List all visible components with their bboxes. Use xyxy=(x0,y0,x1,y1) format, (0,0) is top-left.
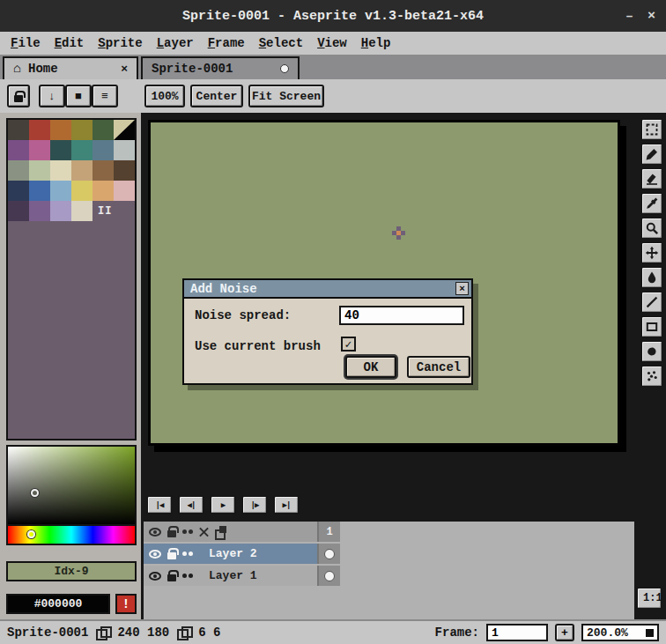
layer-row[interactable]: Layer 1 xyxy=(144,566,340,586)
palette-swatch[interactable] xyxy=(8,120,29,140)
tab-sprite[interactable]: Sprite-0001 xyxy=(141,56,300,79)
line-tool[interactable] xyxy=(640,291,663,314)
visibility-column-icon[interactable] xyxy=(149,528,161,537)
layer-visibility-icon[interactable] xyxy=(149,572,161,581)
layer-lock-icon[interactable] xyxy=(167,552,176,559)
palette-swatch[interactable] xyxy=(92,181,114,201)
play-button[interactable]: ▶ xyxy=(210,495,236,514)
menu-frame[interactable]: Frame xyxy=(201,33,252,53)
pencil-tool[interactable] xyxy=(640,143,663,166)
palette-swatch[interactable] xyxy=(50,120,71,140)
palette[interactable]: II xyxy=(6,118,137,440)
hex-color-field[interactable]: #000000 xyxy=(6,594,110,614)
onion-skin-icon[interactable] xyxy=(199,527,209,537)
layer-continuous-icon[interactable] xyxy=(182,551,193,556)
palette-swatch[interactable] xyxy=(29,120,50,140)
cel-cell[interactable] xyxy=(317,544,340,564)
palette-swatch[interactable] xyxy=(8,140,29,160)
rectangle-tool[interactable] xyxy=(640,315,663,338)
palette-swatch[interactable] xyxy=(50,201,71,221)
dialog-close-button[interactable]: × xyxy=(455,282,469,295)
menu-edit[interactable]: Edit xyxy=(48,33,92,53)
zoom-level-box[interactable]: 200.0% xyxy=(581,624,659,641)
palette-swatch[interactable] xyxy=(50,160,71,181)
index-label[interactable]: Idx-9 xyxy=(6,561,137,581)
layer-name[interactable]: Layer 1 xyxy=(207,566,317,586)
layer-row[interactable]: Layer 2 xyxy=(144,544,340,564)
prev-frame-button[interactable]: ◀| xyxy=(178,495,204,514)
layer-continuous-icon[interactable] xyxy=(182,574,193,578)
palette-swatch[interactable] xyxy=(92,160,114,181)
noise-spread-input[interactable] xyxy=(339,306,464,325)
palette-swatch[interactable] xyxy=(29,140,50,160)
titlebar[interactable]: Sprite-0001 - Aseprite v1.3-beta21-x64 –… xyxy=(0,0,666,32)
square-button[interactable]: ■ xyxy=(65,85,92,107)
hue-marker-icon[interactable] xyxy=(27,530,35,538)
tab-home-close-icon[interactable]: × xyxy=(121,63,128,76)
continuous-column-icon[interactable] xyxy=(182,529,193,534)
palette-swatch[interactable] xyxy=(71,160,92,181)
pixel-ratio-button[interactable]: 1:1 xyxy=(636,587,662,610)
menu-file[interactable]: File xyxy=(4,33,48,53)
layer-name[interactable]: Layer 2 xyxy=(207,544,317,564)
palette-swatch[interactable] xyxy=(92,120,114,140)
dialog-titlebar[interactable]: Add Noise × xyxy=(184,280,471,299)
menu-help[interactable]: Help xyxy=(354,33,398,53)
hue-strip[interactable] xyxy=(8,524,135,544)
cels-options-icon[interactable] xyxy=(215,526,226,537)
layer-lock-icon[interactable] xyxy=(167,574,176,581)
lock-column-icon[interactable] xyxy=(167,530,176,537)
palette-swatch[interactable] xyxy=(114,181,135,201)
center-button[interactable]: Center xyxy=(190,85,243,107)
options-menu-button[interactable]: ≡ xyxy=(92,85,118,107)
palette-swatch[interactable] xyxy=(71,140,92,160)
rectangular-marquee-tool[interactable] xyxy=(640,118,663,141)
palette-swatch[interactable] xyxy=(50,181,71,201)
lock-button[interactable] xyxy=(7,85,30,107)
palette-swatch[interactable] xyxy=(71,120,92,140)
arrow-down-button[interactable]: ↓ xyxy=(39,85,65,107)
palette-swatch[interactable] xyxy=(29,181,50,201)
move-tool[interactable] xyxy=(640,241,663,264)
sv-marker-icon[interactable] xyxy=(31,489,39,497)
eraser-tool[interactable] xyxy=(640,167,663,190)
add-frame-button[interactable]: + xyxy=(555,624,574,641)
contour-tool[interactable] xyxy=(640,340,663,363)
zoom-100-button[interactable]: 100% xyxy=(144,85,185,107)
palette-swatch[interactable] xyxy=(8,201,29,221)
palette-swatch[interactable] xyxy=(114,140,135,160)
minimize-button[interactable]: – xyxy=(625,9,633,24)
palette-swatch[interactable] xyxy=(71,181,92,201)
palette-swatch[interactable] xyxy=(29,160,50,181)
palette-swatch[interactable] xyxy=(50,140,71,160)
paint-bucket-tool[interactable] xyxy=(640,266,663,289)
palette-swatch[interactable] xyxy=(114,160,135,181)
layer-visibility-icon[interactable] xyxy=(149,550,161,559)
warning-button[interactable]: ! xyxy=(115,594,137,614)
zoom-tool[interactable] xyxy=(640,217,663,240)
close-button[interactable]: × xyxy=(648,9,655,24)
first-frame-button[interactable]: |◀ xyxy=(146,495,173,514)
frame-input[interactable] xyxy=(486,624,548,641)
jumble-tool[interactable] xyxy=(640,365,663,388)
menu-sprite[interactable]: Sprite xyxy=(91,33,149,53)
palette-swatch[interactable] xyxy=(71,201,92,221)
menu-view[interactable]: View xyxy=(310,33,354,53)
eyedropper-tool[interactable] xyxy=(640,192,663,215)
cel-cell[interactable] xyxy=(317,566,340,586)
palette-swatch[interactable] xyxy=(8,181,29,201)
tab-home[interactable]: ⌂ Home × xyxy=(3,56,138,79)
use-brush-checkbox[interactable]: ✓ xyxy=(341,337,356,352)
ok-button[interactable]: OK xyxy=(345,356,396,378)
palette-swatch[interactable] xyxy=(92,140,114,160)
saturation-value-area[interactable] xyxy=(8,447,135,524)
palette-swatch[interactable] xyxy=(114,120,135,140)
last-frame-button[interactable]: ▶| xyxy=(273,495,300,514)
palette-swatch[interactable] xyxy=(8,160,29,181)
fit-screen-button[interactable]: Fit Screen xyxy=(248,85,324,107)
frame-header-cell[interactable]: 1 xyxy=(317,522,340,542)
menu-layer[interactable]: Layer xyxy=(150,33,201,53)
cancel-button[interactable]: Cancel xyxy=(407,356,470,378)
palette-swatch[interactable] xyxy=(29,201,50,221)
menu-select[interactable]: Select xyxy=(252,33,310,53)
